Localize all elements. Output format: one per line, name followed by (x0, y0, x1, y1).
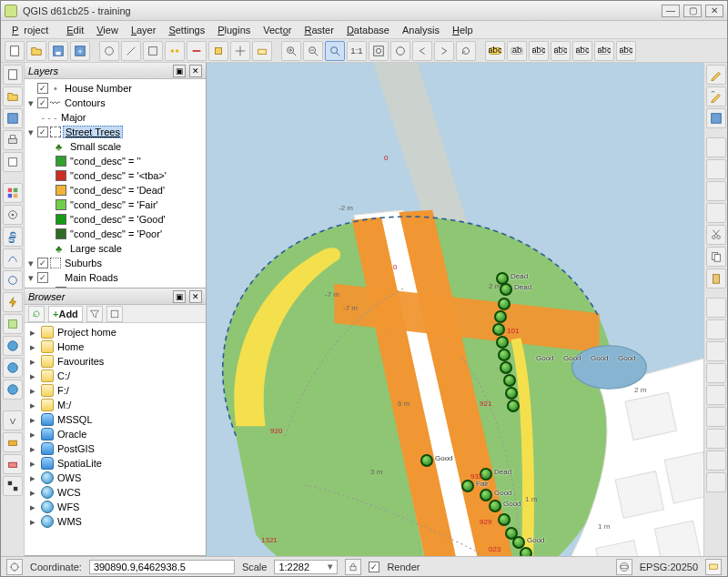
refresh-browser-button[interactable] (28, 306, 45, 322)
python-button[interactable] (3, 227, 23, 247)
toolbar-button[interactable] (252, 41, 272, 61)
copy-button[interactable] (706, 247, 726, 267)
toolbar-button[interactable] (706, 319, 726, 339)
gps-button[interactable] (3, 205, 23, 225)
layer-item[interactable]: Main Roads (63, 272, 120, 283)
toolbar-button[interactable] (121, 41, 141, 61)
print-button[interactable] (3, 130, 23, 150)
toolbar-button[interactable] (3, 270, 23, 290)
browser-item[interactable]: ▸Home (25, 339, 206, 354)
tree-point[interactable] (498, 513, 511, 526)
layer-rule[interactable]: Highways (68, 287, 116, 288)
undock-button[interactable]: ▣ (173, 290, 186, 303)
menu-database[interactable]: Database (341, 23, 395, 37)
menu-view[interactable]: View (91, 23, 124, 37)
crs-button[interactable] (616, 559, 632, 575)
save-edits-button[interactable] (706, 108, 726, 128)
zoom-in-button[interactable] (281, 41, 301, 61)
zoom-selection-button[interactable] (325, 41, 345, 61)
layer-rule[interactable]: Small scale (68, 141, 123, 152)
toolbar-button[interactable] (3, 432, 23, 452)
menu-project[interactable]: Project (6, 23, 59, 37)
zoom-full-button[interactable] (369, 41, 389, 61)
tree-point[interactable] (498, 349, 511, 361)
toolbar-button[interactable] (706, 181, 726, 201)
toolbar-button[interactable] (706, 407, 726, 427)
layer-rule[interactable]: "cond_desc" = 'Good' (68, 214, 167, 225)
layer-item[interactable]: Suburbs (63, 258, 104, 268)
layer-rule[interactable]: Large scale (68, 243, 124, 254)
paste-button[interactable] (706, 268, 726, 288)
tree-point[interactable] (492, 323, 505, 336)
toolbar-button[interactable] (230, 41, 250, 61)
toolbar-button[interactable] (706, 385, 726, 405)
label-button[interactable]: abc (616, 41, 636, 61)
vector-tool-button[interactable]: V (3, 410, 23, 430)
browser-tree[interactable]: ▸Project home▸Home▸Favourites▸C:/▸F:/▸M:… (25, 323, 206, 555)
browser-item[interactable]: ▸WFS (25, 500, 206, 514)
refresh-button[interactable] (456, 41, 476, 61)
toolbar-button[interactable] (706, 159, 726, 179)
maximize-button[interactable]: ▢ (683, 5, 702, 17)
layer-rule[interactable]: "cond_desc" = 'Dead' (68, 185, 167, 196)
menu-help[interactable]: Help (447, 23, 479, 37)
toolbar-button[interactable] (165, 41, 185, 61)
save-as-button[interactable]: + (70, 41, 90, 61)
toolbar-button[interactable] (3, 454, 23, 474)
label-button[interactable]: abc (485, 41, 505, 61)
layer-item[interactable]: Contours (63, 97, 107, 108)
tree-point[interactable] (500, 361, 512, 374)
toolbar-button[interactable] (187, 41, 207, 61)
toolbar-button[interactable] (706, 472, 726, 492)
zoom-next-button[interactable] (434, 41, 454, 61)
toolbar-button[interactable] (3, 314, 23, 334)
layer-rule[interactable]: "cond_desc" = 'Poor' (68, 228, 164, 239)
edit-button[interactable] (706, 65, 726, 85)
label-button[interactable]: abc (551, 41, 571, 61)
minimize-button[interactable]: — (662, 5, 680, 17)
browser-item[interactable]: ▸C:/ (25, 369, 206, 383)
map-canvas[interactable]: DeadDeadGoodDeadFairGoodGoodGoodGoodGood… (207, 63, 703, 556)
add-layer-button[interactable]: + Add (48, 306, 83, 322)
close-panel-button[interactable]: ✕ (189, 290, 202, 303)
layer-rule[interactable]: "cond_desc" = '<tba>' (68, 170, 168, 181)
close-button[interactable]: ✕ (705, 5, 723, 17)
tree-point[interactable] (500, 283, 512, 296)
menu-settings[interactable]: Settings (163, 23, 210, 37)
browser-item[interactable]: ▸WMS (25, 514, 206, 529)
undock-button[interactable]: ▣ (173, 65, 186, 77)
tree-point[interactable] (461, 480, 474, 492)
open-project-button[interactable] (26, 41, 46, 61)
collapse-all-button[interactable] (106, 306, 123, 322)
tree-point[interactable] (489, 500, 501, 512)
raster-calc-button[interactable] (3, 183, 23, 203)
zoom-out-button[interactable] (303, 41, 323, 61)
toolbar-button[interactable] (706, 203, 726, 223)
browser-item[interactable]: ▸M:/ (25, 398, 206, 412)
scale-field[interactable]: 1:2282▾ (274, 560, 338, 574)
menu-layer[interactable]: Layer (126, 23, 162, 37)
tree-point[interactable] (520, 547, 532, 556)
toolbar-button[interactable] (706, 298, 726, 318)
browser-item[interactable]: ▸Oracle (25, 427, 206, 441)
composer-button[interactable] (3, 152, 23, 172)
tree-point[interactable] (505, 387, 518, 400)
toolbar-button[interactable] (706, 429, 726, 449)
zoom-last-button[interactable] (412, 41, 432, 61)
tree-point[interactable] (498, 298, 511, 310)
layer-subitem[interactable]: Major (59, 112, 88, 123)
layers-tree[interactable]: ✓•House Number ▾✓〰Contours - - -Major ▾✓… (25, 79, 206, 288)
browser-item[interactable]: ▸WCS (25, 485, 206, 500)
toolbar-button[interactable] (706, 450, 726, 471)
browser-item[interactable]: ▸F:/ (25, 383, 206, 398)
label-button[interactable]: abc (594, 41, 614, 61)
messages-button[interactable] (705, 559, 722, 575)
edit-group-button[interactable] (706, 86, 726, 106)
tree-point[interactable] (507, 400, 520, 412)
render-checkbox[interactable]: ✓ (369, 562, 379, 572)
tree-point[interactable] (496, 336, 509, 349)
label-button[interactable]: abc (572, 41, 592, 61)
toolbar-button[interactable] (706, 341, 726, 361)
toolbar-button[interactable] (706, 137, 726, 157)
vector-add-button[interactable] (3, 248, 23, 268)
